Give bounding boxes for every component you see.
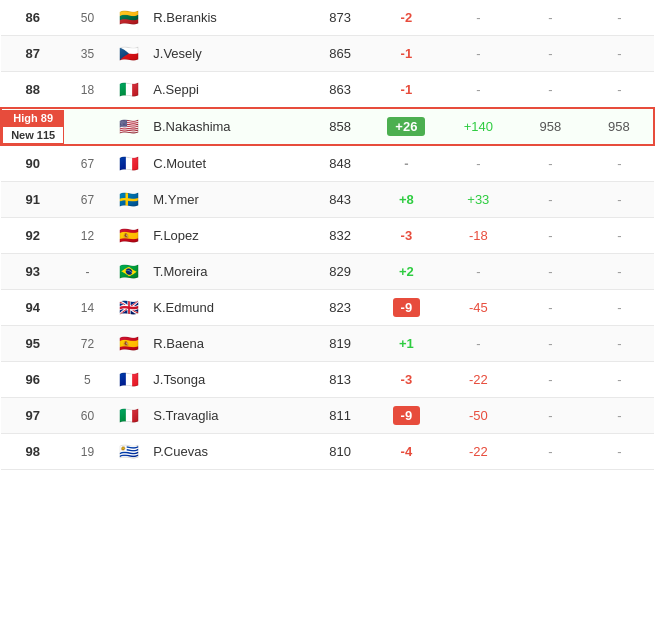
best-points: - [585,36,654,72]
points: 865 [308,36,371,72]
prev-rank: 19 [64,434,110,470]
diff-cell: +1 [372,326,441,362]
diff-dash: - [404,156,408,171]
rank-number: 94 [1,290,64,326]
best-points: - [585,290,654,326]
52week-points: - [516,254,585,290]
diff-cell: -1 [372,72,441,109]
prev-rank: 72 [64,326,110,362]
52week-points: - [516,326,585,362]
flag-icon: 🇧🇷 [110,254,147,290]
player-name: J.Tsonga [147,362,308,398]
rank-cell-special: High 89 New 115 [1,108,64,145]
best-points: - [585,0,654,36]
diff-badge-red: -9 [393,406,421,425]
flag-icon: 🇫🇷 [110,145,147,182]
rankings-table: 86 50 🇱🇹 R.Berankis 873 -2 - - - 87 35 🇨… [0,0,655,470]
points: 858 [308,108,371,145]
prev-rank: 5 [64,362,110,398]
diff-cell: -9 [372,290,441,326]
52week-points: - [516,290,585,326]
best-points: - [585,218,654,254]
points: 813 [308,362,371,398]
next-points: +140 [441,108,516,145]
next-points: - [441,326,516,362]
flag-icon: 🇺🇾 [110,434,147,470]
points: 810 [308,434,371,470]
next-points: -18 [441,218,516,254]
diff-negative: -1 [401,46,413,61]
best-points: - [585,362,654,398]
diff-cell: -1 [372,36,441,72]
best-points: - [585,398,654,434]
rank-number: 86 [1,0,64,36]
diff-negative: -3 [401,228,413,243]
rank-number: 90 [1,145,64,182]
flag-icon: 🇪🇸 [110,326,147,362]
player-name: R.Baena [147,326,308,362]
points: 832 [308,218,371,254]
best-points: - [585,434,654,470]
player-name: S.Travaglia [147,398,308,434]
player-name: R.Berankis [147,0,308,36]
next-points: -50 [441,398,516,434]
diff-cell: -2 [372,0,441,36]
52week-points: - [516,182,585,218]
flag-icon: 🇱🇹 [110,0,147,36]
rank-number: 88 [1,72,64,109]
rank-number: 91 [1,182,64,218]
52week-points: 958 [516,108,585,145]
52week-points: - [516,218,585,254]
points: 873 [308,0,371,36]
next-points: -22 [441,434,516,470]
52week-points: - [516,36,585,72]
flag-icon: 🇸🇪 [110,182,147,218]
flag-icon: 🇬🇧 [110,290,147,326]
points: 823 [308,290,371,326]
rank-number: 93 [1,254,64,290]
rank-high-badge: High 89 [2,110,64,126]
best-points: - [585,72,654,109]
flag-icon: 🇨🇿 [110,36,147,72]
player-name: F.Lopez [147,218,308,254]
player-name: T.Moreira [147,254,308,290]
player-name: C.Moutet [147,145,308,182]
player-name: K.Edmund [147,290,308,326]
rank-number: 98 [1,434,64,470]
prev-rank: 14 [64,290,110,326]
diff-cell: -3 [372,362,441,398]
diff-cell: -3 [372,218,441,254]
prev-rank: 67 [64,182,110,218]
52week-points: - [516,0,585,36]
52week-points: - [516,362,585,398]
diff-positive: +8 [399,192,414,207]
diff-negative: -3 [401,372,413,387]
best-points: - [585,254,654,290]
best-points: - [585,145,654,182]
rank-number: 92 [1,218,64,254]
prev-rank: 12 [64,218,110,254]
player-name: A.Seppi [147,72,308,109]
diff-cell: +2 [372,254,441,290]
diff-cell: +26 [372,108,441,145]
52week-points: - [516,434,585,470]
rank-number: 96 [1,362,64,398]
52week-points: - [516,398,585,434]
rank-number: 97 [1,398,64,434]
points: 811 [308,398,371,434]
next-points: - [441,72,516,109]
flag-icon: 🇪🇸 [110,218,147,254]
52week-points: - [516,145,585,182]
diff-positive: +2 [399,264,414,279]
diff-negative: -1 [401,82,413,97]
player-name: P.Cuevas [147,434,308,470]
prev-rank: 60 [64,398,110,434]
next-points: -45 [441,290,516,326]
prev-rank: 18 [64,72,110,109]
diff-cell: -4 [372,434,441,470]
flag-icon: 🇮🇹 [110,72,147,109]
rank-number: 87 [1,36,64,72]
flag-icon: 🇺🇸 [110,108,147,145]
next-points: - [441,36,516,72]
player-name: J.Vesely [147,36,308,72]
